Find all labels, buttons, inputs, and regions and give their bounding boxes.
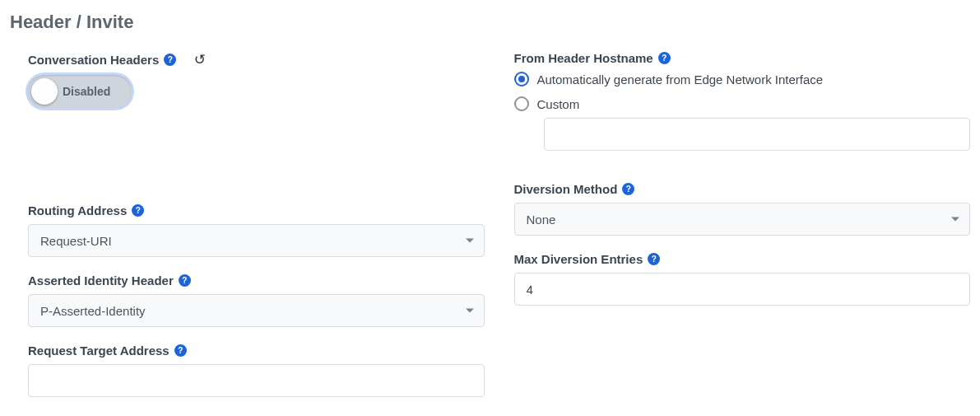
- radio-unchecked-icon: [514, 96, 529, 111]
- reset-icon[interactable]: ↻: [194, 51, 206, 68]
- conversation-headers-toggle[interactable]: Disabled: [28, 75, 132, 108]
- help-icon[interactable]: ?: [622, 183, 634, 195]
- conversation-headers-label: Conversation Headers: [28, 53, 159, 67]
- toggle-state-label: Disabled: [63, 85, 110, 98]
- radio-checked-icon: [514, 72, 529, 86]
- max-diversion-input[interactable]: [514, 273, 971, 306]
- help-icon[interactable]: ?: [174, 344, 187, 357]
- asserted-identity-value: P-Asserted-Identity: [40, 304, 146, 318]
- routing-address-value: Request-URI: [40, 234, 112, 248]
- help-icon[interactable]: ?: [658, 52, 671, 64]
- section-title: Header / Invite: [10, 12, 970, 33]
- from-header-radio-auto[interactable]: Automatically generate from Edge Network…: [514, 72, 971, 86]
- diversion-method-label: Diversion Method: [514, 182, 618, 196]
- from-header-custom-input[interactable]: [544, 118, 971, 151]
- routing-address-label: Routing Address: [28, 203, 127, 217]
- routing-address-select[interactable]: Request-URI: [28, 224, 485, 257]
- help-icon[interactable]: ?: [164, 54, 176, 66]
- diversion-method-select[interactable]: None: [514, 203, 971, 236]
- max-diversion-label: Max Diversion Entries: [514, 252, 643, 266]
- chevron-down-icon: [951, 217, 959, 222]
- help-icon[interactable]: ?: [648, 253, 660, 265]
- from-header-custom-label: Custom: [537, 97, 580, 111]
- asserted-identity-select[interactable]: P-Asserted-Identity: [28, 294, 485, 327]
- diversion-method-value: None: [527, 213, 556, 227]
- request-target-input[interactable]: [28, 364, 485, 397]
- help-icon[interactable]: ?: [132, 204, 144, 217]
- chevron-down-icon: [466, 239, 474, 243]
- toggle-knob: [31, 78, 58, 105]
- request-target-label: Request Target Address: [28, 344, 170, 358]
- help-icon[interactable]: ?: [179, 274, 191, 287]
- from-header-label: From Header Hostname: [514, 51, 653, 65]
- asserted-identity-label: Asserted Identity Header: [28, 273, 174, 287]
- chevron-down-icon: [466, 309, 474, 313]
- from-header-radio-custom[interactable]: Custom: [514, 96, 971, 111]
- from-header-auto-label: Automatically generate from Edge Network…: [537, 72, 824, 86]
